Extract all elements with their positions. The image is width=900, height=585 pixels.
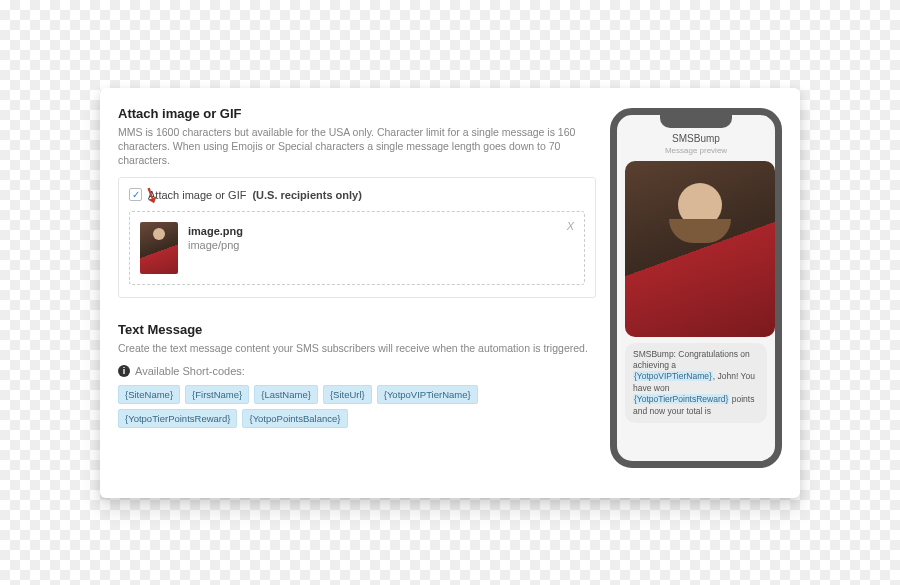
shortcode-chip[interactable]: {SiteUrl} <box>323 385 372 404</box>
attach-checkbox-suffix: (U.S. recipients only) <box>252 189 361 201</box>
preview-message-bubble: SMSBump: Congratulations on achieving a … <box>625 343 767 424</box>
phone-preview: SMSBump Message preview SMSBump: Congrat… <box>610 108 782 468</box>
shortcode-chip[interactable]: {YotpoPointsBalance} <box>242 409 347 428</box>
shortcode-chip[interactable]: {LastName} <box>254 385 318 404</box>
text-message-heading: Text Message <box>118 322 596 337</box>
shortcode-chip[interactable]: {SiteName} <box>118 385 180 404</box>
info-icon: i <box>118 365 130 377</box>
preview-image <box>625 161 775 337</box>
bubble-shortcode: {YotpoVIPTierName} <box>633 371 713 381</box>
shortcode-chip[interactable]: {YotpoVIPTierName} <box>377 385 478 404</box>
attach-description: MMS is 1600 characters but available for… <box>118 125 596 168</box>
bubble-text: SMSBump: Congratulations on achieving a <box>633 349 750 370</box>
available-shortcodes-row: i Available Short-codes: <box>118 365 596 377</box>
file-meta: image.png image/png <box>188 222 243 274</box>
bubble-shortcode: {YotpoTierPointsReward} <box>633 394 729 404</box>
phone-screen: SMSBump Message preview SMSBump: Congrat… <box>617 115 775 424</box>
shortcode-chip[interactable]: {FirstName} <box>185 385 249 404</box>
attach-panel: ✓ Attach image or GIF (U.S. recipients o… <box>118 177 596 298</box>
preview-app-title: SMSBump <box>625 133 767 144</box>
file-thumbnail <box>140 222 178 274</box>
shortcode-chip[interactable]: {YotpoTierPointsReward} <box>118 409 237 428</box>
file-dropzone[interactable]: image.png image/png X <box>129 211 585 285</box>
settings-card: ➘ Attach image or GIF MMS is 1600 charac… <box>100 88 800 498</box>
available-shortcodes-label: Available Short-codes: <box>135 365 245 377</box>
phone-notch <box>660 114 732 128</box>
text-message-section: Text Message Create the text message con… <box>118 318 596 428</box>
shortcode-chips: {SiteName} {FirstName} {LastName} {SiteU… <box>118 385 596 428</box>
attach-heading: Attach image or GIF <box>118 106 596 121</box>
preview-subtitle: Message preview <box>625 146 767 155</box>
text-message-description: Create the text message content your SMS… <box>118 341 596 355</box>
file-name: image.png <box>188 224 243 238</box>
file-remove-button[interactable]: X <box>567 220 574 232</box>
left-column: Attach image or GIF MMS is 1600 characte… <box>118 106 596 498</box>
file-mime: image/png <box>188 238 243 252</box>
attach-checkbox-row[interactable]: ✓ Attach image or GIF (U.S. recipients o… <box>129 188 585 201</box>
